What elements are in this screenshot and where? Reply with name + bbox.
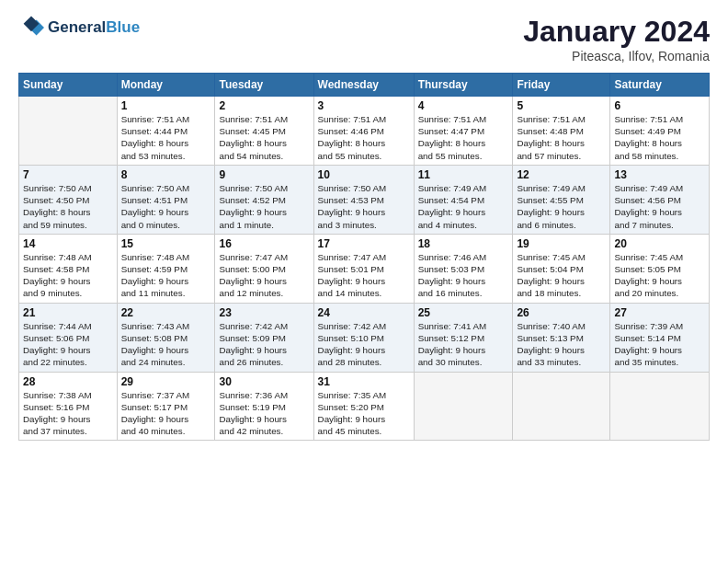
col-tuesday: Tuesday (215, 74, 313, 97)
calendar-cell: 9Sunrise: 7:50 AM Sunset: 4:52 PM Daylig… (215, 165, 313, 234)
day-number: 7 (23, 168, 113, 181)
calendar-cell: 22Sunrise: 7:43 AM Sunset: 5:08 PM Dayli… (117, 303, 215, 372)
logo-icon (18, 15, 44, 40)
day-details: Sunrise: 7:51 AM Sunset: 4:48 PM Dayligh… (517, 113, 606, 162)
day-number: 27 (614, 306, 705, 319)
day-details: Sunrise: 7:36 AM Sunset: 5:19 PM Dayligh… (219, 389, 309, 438)
day-details: Sunrise: 7:42 AM Sunset: 5:10 PM Dayligh… (318, 320, 410, 369)
page: GeneralBlue January 2024 Piteasca, Ilfov… (0, 0, 728, 563)
col-saturday: Saturday (610, 74, 710, 97)
calendar-cell (513, 372, 610, 441)
calendar-cell: 5Sunrise: 7:51 AM Sunset: 4:48 PM Daylig… (513, 97, 610, 166)
day-number: 25 (418, 306, 509, 319)
day-details: Sunrise: 7:50 AM Sunset: 4:52 PM Dayligh… (219, 182, 309, 231)
calendar-cell: 30Sunrise: 7:36 AM Sunset: 5:19 PM Dayli… (215, 372, 313, 441)
day-details: Sunrise: 7:51 AM Sunset: 4:45 PM Dayligh… (219, 113, 309, 162)
day-details: Sunrise: 7:47 AM Sunset: 5:01 PM Dayligh… (318, 251, 410, 300)
day-details: Sunrise: 7:49 AM Sunset: 4:56 PM Dayligh… (614, 182, 705, 231)
day-number: 8 (121, 168, 211, 181)
calendar-week-row: 21Sunrise: 7:44 AM Sunset: 5:06 PM Dayli… (19, 303, 710, 372)
col-sunday: Sunday (19, 74, 118, 97)
day-number: 14 (23, 237, 113, 250)
calendar-week-row: 28Sunrise: 7:38 AM Sunset: 5:16 PM Dayli… (19, 372, 710, 441)
calendar-cell: 4Sunrise: 7:51 AM Sunset: 4:47 PM Daylig… (414, 97, 513, 166)
calendar-week-row: 7Sunrise: 7:50 AM Sunset: 4:50 PM Daylig… (19, 165, 710, 234)
day-details: Sunrise: 7:50 AM Sunset: 4:50 PM Dayligh… (23, 182, 113, 231)
day-number: 18 (418, 237, 509, 250)
header: GeneralBlue January 2024 Piteasca, Ilfov… (18, 15, 710, 63)
day-details: Sunrise: 7:38 AM Sunset: 5:16 PM Dayligh… (23, 389, 113, 438)
calendar-cell: 28Sunrise: 7:38 AM Sunset: 5:16 PM Dayli… (19, 372, 118, 441)
day-number: 23 (219, 306, 309, 319)
calendar-cell: 12Sunrise: 7:49 AM Sunset: 4:55 PM Dayli… (513, 165, 610, 234)
calendar-cell: 21Sunrise: 7:44 AM Sunset: 5:06 PM Dayli… (19, 303, 118, 372)
day-number: 13 (614, 168, 705, 181)
day-details: Sunrise: 7:39 AM Sunset: 5:14 PM Dayligh… (614, 320, 705, 369)
col-wednesday: Wednesday (313, 74, 414, 97)
day-details: Sunrise: 7:44 AM Sunset: 5:06 PM Dayligh… (23, 320, 113, 369)
calendar-cell: 26Sunrise: 7:40 AM Sunset: 5:13 PM Dayli… (513, 303, 610, 372)
calendar-cell: 13Sunrise: 7:49 AM Sunset: 4:56 PM Dayli… (610, 165, 710, 234)
day-details: Sunrise: 7:46 AM Sunset: 5:03 PM Dayligh… (418, 251, 509, 300)
day-number: 5 (517, 99, 606, 112)
calendar-cell (610, 372, 710, 441)
calendar-cell: 7Sunrise: 7:50 AM Sunset: 4:50 PM Daylig… (19, 165, 118, 234)
day-details: Sunrise: 7:37 AM Sunset: 5:17 PM Dayligh… (121, 389, 211, 438)
day-details: Sunrise: 7:42 AM Sunset: 5:09 PM Dayligh… (219, 320, 309, 369)
calendar-cell: 15Sunrise: 7:48 AM Sunset: 4:59 PM Dayli… (117, 234, 215, 303)
day-details: Sunrise: 7:50 AM Sunset: 4:53 PM Dayligh… (318, 182, 410, 231)
calendar-cell: 14Sunrise: 7:48 AM Sunset: 4:58 PM Dayli… (19, 234, 118, 303)
calendar-cell: 1Sunrise: 7:51 AM Sunset: 4:44 PM Daylig… (117, 97, 215, 166)
calendar-cell: 16Sunrise: 7:47 AM Sunset: 5:00 PM Dayli… (215, 234, 313, 303)
calendar-cell: 23Sunrise: 7:42 AM Sunset: 5:09 PM Dayli… (215, 303, 313, 372)
calendar-cell: 6Sunrise: 7:51 AM Sunset: 4:49 PM Daylig… (610, 97, 710, 166)
calendar-cell: 3Sunrise: 7:51 AM Sunset: 4:46 PM Daylig… (313, 97, 414, 166)
day-number: 9 (219, 168, 309, 181)
calendar-cell: 20Sunrise: 7:45 AM Sunset: 5:05 PM Dayli… (610, 234, 710, 303)
day-number: 20 (614, 237, 705, 250)
day-number: 30 (219, 375, 309, 388)
day-number: 10 (318, 168, 410, 181)
calendar-cell: 29Sunrise: 7:37 AM Sunset: 5:17 PM Dayli… (117, 372, 215, 441)
day-number: 12 (517, 168, 606, 181)
day-details: Sunrise: 7:41 AM Sunset: 5:12 PM Dayligh… (418, 320, 509, 369)
calendar-cell (19, 97, 118, 166)
day-number: 21 (23, 306, 113, 319)
day-number: 19 (517, 237, 606, 250)
col-thursday: Thursday (414, 74, 513, 97)
day-number: 1 (121, 99, 211, 112)
day-number: 31 (318, 375, 410, 388)
day-number: 29 (121, 375, 211, 388)
logo: GeneralBlue (18, 15, 140, 40)
calendar-table: Sunday Monday Tuesday Wednesday Thursday… (18, 73, 710, 441)
day-details: Sunrise: 7:51 AM Sunset: 4:47 PM Dayligh… (418, 113, 509, 162)
day-number: 6 (614, 99, 705, 112)
day-details: Sunrise: 7:45 AM Sunset: 5:04 PM Dayligh… (517, 251, 606, 300)
col-monday: Monday (117, 74, 215, 97)
day-number: 11 (418, 168, 509, 181)
day-details: Sunrise: 7:47 AM Sunset: 5:00 PM Dayligh… (219, 251, 309, 300)
calendar-cell: 17Sunrise: 7:47 AM Sunset: 5:01 PM Dayli… (313, 234, 414, 303)
title-block: January 2024 Piteasca, Ilfov, Romania (523, 15, 710, 63)
day-number: 3 (318, 99, 410, 112)
calendar-cell: 25Sunrise: 7:41 AM Sunset: 5:12 PM Dayli… (414, 303, 513, 372)
col-friday: Friday (513, 74, 610, 97)
calendar-cell: 27Sunrise: 7:39 AM Sunset: 5:14 PM Dayli… (610, 303, 710, 372)
calendar-header-row: Sunday Monday Tuesday Wednesday Thursday… (19, 74, 710, 97)
day-details: Sunrise: 7:35 AM Sunset: 5:20 PM Dayligh… (318, 389, 410, 438)
day-number: 26 (517, 306, 606, 319)
calendar-cell: 24Sunrise: 7:42 AM Sunset: 5:10 PM Dayli… (313, 303, 414, 372)
calendar-cell (414, 372, 513, 441)
day-number: 2 (219, 99, 309, 112)
day-number: 16 (219, 237, 309, 250)
calendar-cell: 18Sunrise: 7:46 AM Sunset: 5:03 PM Dayli… (414, 234, 513, 303)
day-details: Sunrise: 7:51 AM Sunset: 4:49 PM Dayligh… (614, 113, 705, 162)
location: Piteasca, Ilfov, Romania (523, 49, 710, 63)
logo-text: GeneralBlue (48, 19, 140, 37)
day-number: 28 (23, 375, 113, 388)
month-title: January 2024 (523, 15, 710, 49)
day-number: 22 (121, 306, 211, 319)
calendar-cell: 10Sunrise: 7:50 AM Sunset: 4:53 PM Dayli… (313, 165, 414, 234)
day-number: 24 (318, 306, 410, 319)
calendar-cell: 11Sunrise: 7:49 AM Sunset: 4:54 PM Dayli… (414, 165, 513, 234)
